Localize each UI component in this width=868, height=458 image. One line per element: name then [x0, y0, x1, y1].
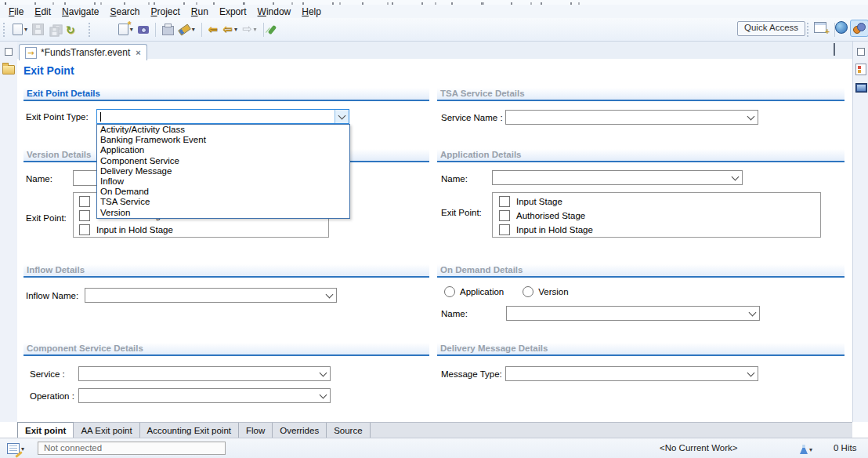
toolbar-grip	[3, 23, 7, 37]
menu-search[interactable]: Search	[104, 5, 145, 18]
dropdown-option[interactable]: Component Service	[97, 156, 349, 166]
event-file-icon	[25, 47, 37, 59]
chevron-down-icon	[320, 369, 327, 376]
authorised-stage-checkbox[interactable]	[79, 210, 90, 221]
back-dropdown-arrow-icon: ▾	[234, 26, 237, 33]
refresh-icon	[66, 24, 75, 36]
combo-dropdown-button[interactable]	[729, 171, 742, 184]
combo-dropdown-button[interactable]	[335, 110, 349, 123]
tab-source[interactable]: Source	[327, 423, 370, 438]
message-type-combo[interactable]	[505, 366, 758, 381]
perspective-active-button[interactable]	[850, 20, 868, 37]
section-header: Inflow Details	[24, 264, 429, 278]
dropdown-option[interactable]: Activity/Activity Class	[97, 125, 349, 135]
save-all-button[interactable]	[46, 21, 63, 38]
section-header: On Demand Details	[437, 264, 844, 278]
menu-navigate[interactable]: Navigate	[56, 5, 104, 18]
toolbar-grip	[89, 23, 92, 37]
menu-window[interactable]: Window	[252, 5, 297, 18]
on-demand-radio-row: Application Version	[444, 286, 569, 297]
work-context-button[interactable]: ▾	[797, 441, 815, 458]
menu-run[interactable]: Run	[186, 5, 214, 18]
dropdown-option[interactable]: TSA Service	[97, 197, 349, 207]
combo-dropdown-button[interactable]	[316, 389, 330, 402]
connection-status-field: Not connected	[38, 442, 226, 455]
service-combo[interactable]	[78, 366, 331, 381]
checkbox-row: Authorised Stage	[499, 210, 585, 221]
tab-flow[interactable]: Flow	[239, 423, 273, 438]
inflow-name-combo[interactable]	[85, 288, 337, 303]
input-in-hold-stage-checkbox[interactable]	[79, 224, 90, 235]
console-view-icon[interactable]	[855, 83, 867, 93]
restore-view-icon[interactable]	[857, 48, 865, 56]
application-name-combo[interactable]	[492, 170, 743, 185]
restore-view-icon[interactable]	[5, 48, 13, 56]
version-radio[interactable]	[523, 286, 533, 297]
back-button[interactable]: ⇦▾	[220, 21, 240, 38]
pin-icon	[267, 24, 277, 34]
folder-view-icon[interactable]	[2, 65, 15, 75]
dropdown-option[interactable]: Delivery Message	[97, 166, 349, 176]
quick-access-button[interactable]: Quick Access	[737, 21, 805, 36]
outline-view-icon[interactable]	[855, 64, 866, 75]
operation-combo[interactable]	[78, 388, 331, 403]
forward-button[interactable]: ⇨▾	[240, 21, 259, 38]
menu-edit[interactable]: Edit	[29, 5, 56, 18]
dropdown-option[interactable]: On Demand	[97, 187, 349, 197]
save-button[interactable]	[30, 21, 46, 38]
menu-file[interactable]: File	[3, 5, 29, 18]
dropdown-option[interactable]: Version	[97, 208, 349, 218]
maximize-editor-button[interactable]	[834, 45, 835, 55]
input-in-hold-stage-checkbox[interactable]	[499, 224, 510, 235]
service-name-combo[interactable]	[505, 110, 758, 125]
section-title: Component Service Details	[24, 343, 429, 353]
tab-accounting-exit-point[interactable]: Accounting Exit point	[140, 423, 239, 438]
on-demand-name-combo[interactable]	[506, 306, 760, 321]
exit-point-type-combo[interactable]	[96, 109, 349, 124]
new-file-icon	[13, 24, 23, 35]
combo-dropdown-button[interactable]	[746, 307, 759, 320]
menu-help[interactable]: Help	[296, 5, 327, 18]
dropdown-option[interactable]: Application	[97, 145, 349, 155]
dropdown-option[interactable]: Banking Framework Event	[97, 135, 349, 145]
tab-aa-exit-point[interactable]: AA Exit point	[74, 423, 139, 438]
chevron-down-icon	[338, 111, 346, 119]
search-button[interactable]: ▾	[176, 21, 197, 38]
tab-exit-point[interactable]: Exit point	[17, 422, 74, 438]
authorised-stage-checkbox[interactable]	[499, 210, 510, 221]
perspective-globe-button[interactable]	[833, 20, 850, 35]
current-work-label: <No Current Work>	[660, 443, 738, 453]
application-exit-point-group: Input Stage Authorised Stage Input in Ho…	[492, 192, 821, 238]
save-icon	[32, 24, 44, 35]
input-stage-checkbox[interactable]	[499, 196, 510, 207]
tab-close-icon[interactable]: ×	[136, 48, 140, 57]
checkbox-row: Input in Hold Stage	[499, 224, 593, 235]
section-header: Component Service Details	[24, 343, 429, 356]
open-perspective-button[interactable]	[812, 20, 829, 35]
tab-overrides[interactable]: Overrides	[273, 423, 327, 438]
application-exit-point-label: Exit Point:	[441, 208, 482, 217]
link-with-editor-button[interactable]	[268, 21, 277, 38]
editor-tab-fundstransfer[interactable]: *FundsTransfer.event ×	[19, 44, 147, 60]
snapshot-button[interactable]	[136, 21, 151, 38]
combo-dropdown-button[interactable]	[744, 111, 758, 124]
combo-dropdown-button[interactable]	[744, 367, 758, 380]
new-button[interactable]: ▾	[10, 21, 30, 38]
chevron-down-icon	[747, 369, 755, 376]
new-wizard-button[interactable]: ▾	[116, 21, 136, 38]
section-title: TSA Service Details	[437, 88, 844, 98]
refresh-button[interactable]	[63, 21, 78, 38]
last-edit-location-button[interactable]: ⇐	[206, 21, 221, 38]
dropdown-option[interactable]: Inflow	[97, 176, 349, 187]
connection-button[interactable]: ▾	[5, 440, 27, 457]
input-stage-checkbox[interactable]	[79, 196, 90, 207]
connection-form-icon	[7, 443, 20, 454]
application-radio[interactable]	[444, 286, 455, 297]
combo-dropdown-button[interactable]	[316, 367, 330, 380]
menu-export[interactable]: Export	[214, 5, 252, 18]
print-button[interactable]	[160, 21, 176, 38]
menu-project[interactable]: Project	[145, 5, 185, 18]
combo-dropdown-button[interactable]	[323, 289, 336, 302]
section-application-details: Application Details Name: Exit Point: In…	[437, 149, 844, 242]
section-component-service-details: Component Service Details Service : Oper…	[24, 343, 429, 409]
